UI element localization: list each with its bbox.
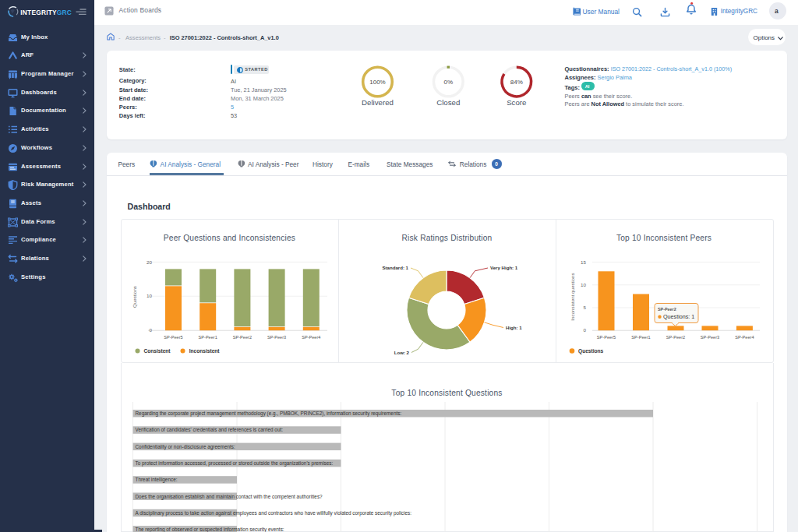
svg-text:5: 5 bbox=[584, 305, 587, 310]
svg-text:Questions: 1: Questions: 1 bbox=[663, 313, 694, 320]
svg-text:SP-Peer1: SP-Peer1 bbox=[631, 335, 650, 340]
svg-text:SP-Peer1: SP-Peer1 bbox=[199, 335, 217, 340]
svg-text:Inconsistent: Inconsistent bbox=[189, 348, 221, 354]
svg-text:0: 0 bbox=[150, 327, 153, 333]
svg-text:Peer Questions and Inconsisten: Peer Questions and Inconsistencies bbox=[164, 234, 295, 242]
svg-text:Questions: Questions bbox=[578, 348, 604, 354]
svg-text:SP-Peer2: SP-Peer2 bbox=[658, 307, 676, 312]
svg-text:To protect information accesse: To protect information accessed, process… bbox=[136, 460, 334, 467]
svg-text:SP-Peer5: SP-Peer5 bbox=[597, 335, 616, 340]
svg-text:SP-Peer4: SP-Peer4 bbox=[302, 335, 320, 340]
svg-text:The reporting of observed or s: The reporting of observed or suspected i… bbox=[136, 527, 284, 532]
svg-text:High: 1: High: 1 bbox=[506, 325, 522, 330]
svg-text:Does the organisation establis: Does the organisation establish and main… bbox=[136, 494, 323, 500]
svg-text:SP-Peer2: SP-Peer2 bbox=[666, 335, 685, 340]
svg-text:Inconsistent questions: Inconsistent questions bbox=[570, 273, 575, 320]
svg-text:10: 10 bbox=[581, 282, 586, 287]
svg-text:Regarding the corporate projec: Regarding the corporate project manageme… bbox=[136, 410, 402, 417]
svg-text:Consistent: Consistent bbox=[144, 348, 171, 354]
svg-text:Closed: Closed bbox=[436, 98, 460, 107]
svg-text:Top 10 Inconsistent Questions: Top 10 Inconsistent Questions bbox=[391, 389, 502, 397]
svg-text:0: 0 bbox=[584, 327, 587, 333]
svg-text:Threat intelligence:: Threat intelligence: bbox=[136, 477, 178, 483]
svg-text:Low: 2: Low: 2 bbox=[394, 350, 410, 355]
svg-text:SP-Peer3: SP-Peer3 bbox=[267, 335, 286, 340]
svg-text:84%: 84% bbox=[510, 79, 523, 86]
svg-text:Risk Ratings Distribution: Risk Ratings Distribution bbox=[402, 234, 493, 242]
svg-text:SP-Peer4: SP-Peer4 bbox=[735, 335, 754, 340]
svg-text:Score: Score bbox=[507, 98, 526, 107]
svg-text:100%: 100% bbox=[369, 79, 385, 86]
svg-text:A disciplinary process to take: A disciplinary process to take action ag… bbox=[136, 510, 412, 516]
svg-text:Confidentiality or non-disclos: Confidentiality or non-disclosure agreem… bbox=[136, 444, 235, 450]
svg-text:Questions: Questions bbox=[132, 286, 137, 308]
svg-text:SP-Peer3: SP-Peer3 bbox=[701, 335, 719, 340]
svg-text:SP-Peer2: SP-Peer2 bbox=[233, 335, 252, 340]
svg-text:15: 15 bbox=[581, 259, 586, 265]
svg-text:Verification of candidates' cr: Verification of candidates' credentials … bbox=[136, 427, 284, 432]
svg-text:20: 20 bbox=[147, 259, 152, 265]
svg-text:Very High: 1: Very High: 1 bbox=[490, 265, 518, 270]
svg-text:10: 10 bbox=[147, 293, 152, 298]
svg-text:0%: 0% bbox=[444, 79, 454, 86]
svg-text:Standard: 1: Standard: 1 bbox=[382, 265, 408, 270]
svg-text:SP-Peer5: SP-Peer5 bbox=[164, 335, 182, 340]
svg-text:Top 10 Inconsistent Peers: Top 10 Inconsistent Peers bbox=[616, 234, 711, 242]
svg-text:Delivered: Delivered bbox=[362, 98, 394, 107]
